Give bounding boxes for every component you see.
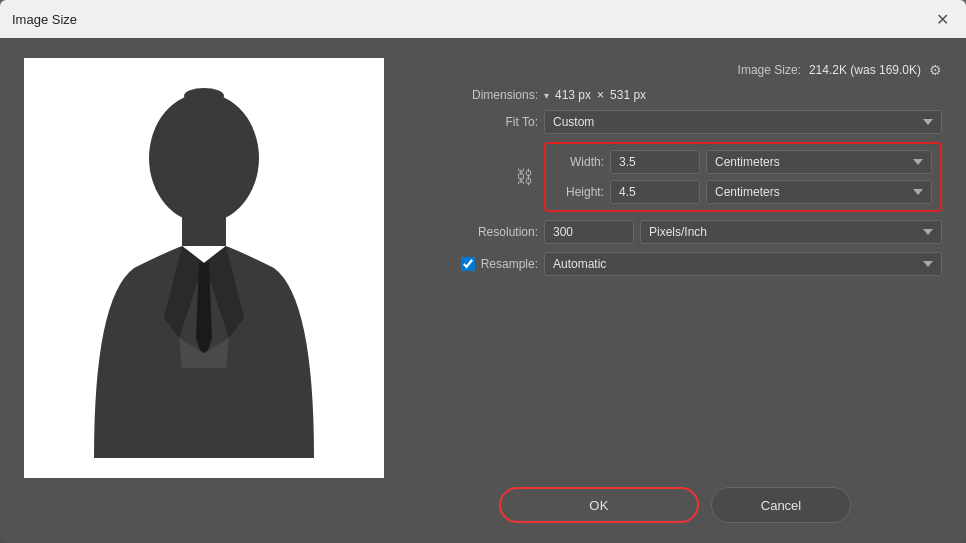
fit-to-label: Fit To:: [408, 115, 538, 129]
width-row: Width: Centimeters Inches Pixels Millime…: [554, 150, 932, 174]
fit-to-row: Fit To: Custom Original Size US Paper (8…: [408, 110, 942, 134]
resolution-input[interactable]: [544, 220, 634, 244]
resample-row: Resample: Automatic Preserve Details Bic…: [408, 252, 942, 276]
dimensions-row: Dimensions: ▾ 413 px × 531 px: [408, 88, 942, 102]
resolution-row: Resolution: Pixels/Inch Pixels/Centimete…: [408, 220, 942, 244]
resample-label: Resample:: [481, 257, 538, 271]
image-size-value: 214.2K (was 169.0K): [809, 63, 921, 77]
fit-to-select[interactable]: Custom Original Size US Paper (8.5 x 11 …: [544, 110, 942, 134]
dimensions-height: 531 px: [610, 88, 646, 102]
dialog-title: Image Size: [12, 12, 77, 27]
close-icon: ✕: [936, 10, 949, 29]
controls-panel: Image Size: 214.2K (was 169.0K) ⚙ Dimens…: [408, 58, 942, 523]
dimensions-separator: ×: [597, 88, 604, 102]
svg-point-1: [184, 88, 224, 104]
gear-icon[interactable]: ⚙: [929, 62, 942, 78]
height-label: Height:: [554, 185, 604, 199]
resample-label-area: Resample:: [408, 257, 538, 271]
image-preview: [24, 58, 384, 478]
image-size-label: Image Size:: [738, 63, 801, 77]
silhouette-image: [64, 78, 344, 458]
width-input[interactable]: [610, 150, 700, 174]
resample-checkbox[interactable]: [461, 257, 475, 271]
image-size-dialog: Image Size ✕: [0, 0, 966, 543]
link-icon-area: ⛓: [408, 167, 538, 188]
dimensions-dropdown-icon[interactable]: ▾: [544, 90, 549, 101]
svg-point-0: [149, 93, 259, 223]
resolution-unit-select[interactable]: Pixels/Inch Pixels/Centimeter: [640, 220, 942, 244]
svg-rect-2: [182, 216, 226, 246]
width-height-border-box: Width: Centimeters Inches Pixels Millime…: [544, 142, 942, 212]
height-unit-select[interactable]: Centimeters Inches Pixels Millimeters: [706, 180, 932, 204]
cancel-button[interactable]: Cancel: [711, 487, 851, 523]
dimensions-value: ▾ 413 px × 531 px: [544, 88, 646, 102]
link-chain-icon: ⛓: [516, 167, 534, 188]
ok-button[interactable]: OK: [499, 487, 699, 523]
dimensions-label: Dimensions:: [408, 88, 538, 102]
width-label: Width:: [554, 155, 604, 169]
width-height-section: ⛓ Width: Centimeters Inches Pixels Milli…: [408, 142, 942, 212]
height-input[interactable]: [610, 180, 700, 204]
dimensions-width: 413 px: [555, 88, 591, 102]
width-unit-select[interactable]: Centimeters Inches Pixels Millimeters: [706, 150, 932, 174]
resample-method-select[interactable]: Automatic Preserve Details Bicubic Sharp…: [544, 252, 942, 276]
resolution-label: Resolution:: [408, 225, 538, 239]
height-row: Height: Centimeters Inches Pixels Millim…: [554, 180, 932, 204]
title-bar: Image Size ✕: [0, 0, 966, 38]
image-size-row: Image Size: 214.2K (was 169.0K) ⚙: [408, 62, 942, 78]
dialog-body: Image Size: 214.2K (was 169.0K) ⚙ Dimens…: [0, 38, 966, 543]
buttons-row: OK Cancel: [408, 487, 942, 523]
close-button[interactable]: ✕: [930, 7, 954, 31]
